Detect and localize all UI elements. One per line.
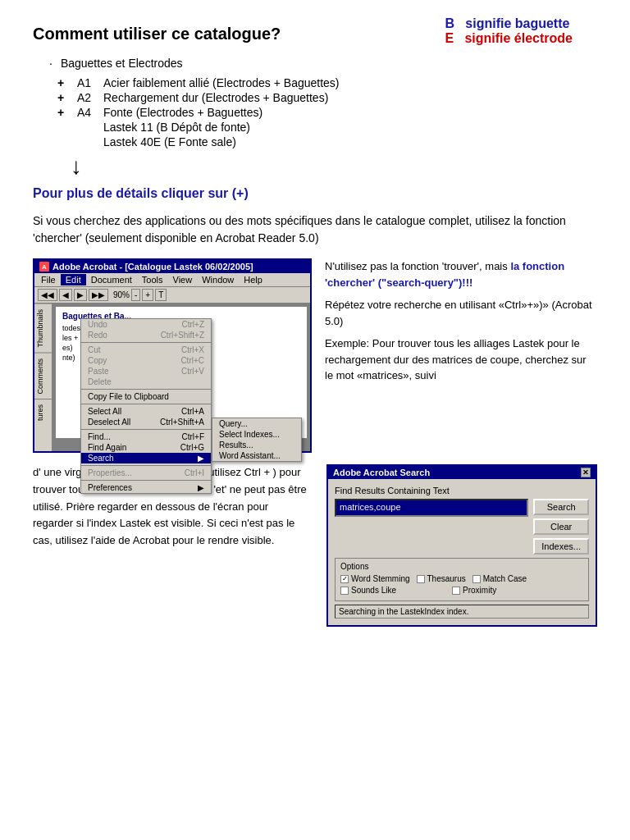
menu-sep-4 [81, 429, 211, 430]
submenu-results[interactable]: Results... [212, 440, 301, 450]
menu-tools[interactable]: Tools [137, 274, 168, 285]
tb-btn-2[interactable]: ◀ [59, 289, 72, 301]
content-block: A Adobe Acrobat - [Catalogue Lastek 06/0… [33, 258, 597, 453]
option-proximity-label: Proximity [463, 586, 496, 595]
search-dialog-label: Find Results Containing Text [335, 486, 589, 495]
tree-desc-a4: Fonte (Electrodes + Baguettes) [103, 106, 597, 119]
right-note-line3: Répétez votre recherche en utilisant «Ct… [325, 297, 597, 329]
acrobat-toolbar: ◀◀ ◀ ▶ ▶▶ 90% - + T [34, 287, 310, 304]
sidebar-tab-comments[interactable]: Comments [34, 353, 52, 399]
menu-view[interactable]: View [168, 274, 198, 285]
options-box: Options Word Stemming Thesaurus Match [335, 558, 589, 601]
menu-select-all[interactable]: Select AllCtrl+A [81, 406, 211, 417]
options-row-2: Sounds Like Proximity [340, 586, 583, 595]
option-word-stemming-label: Word Stemming [351, 574, 410, 583]
checkbox-proximity[interactable] [452, 587, 460, 595]
search-textbox[interactable]: matrices,coupe [335, 499, 528, 517]
search-dialog-close-button[interactable]: ✕ [581, 468, 591, 477]
search-dialog-title: Adobe Acrobat Search [333, 468, 430, 477]
menu-sep-6 [81, 480, 211, 481]
tb-btn-1[interactable]: ◀◀ [38, 289, 57, 301]
menu-cut[interactable]: CutCtrl+X [81, 345, 211, 355]
page-container: B signifie baguette E signifie électrode… [33, 25, 597, 627]
checkbox-thesaurus[interactable] [417, 575, 425, 583]
tree-desc-a2: Rechargement dur (Electrodes + Baguettes… [103, 91, 597, 104]
text-tool-btn[interactable]: T [155, 289, 167, 301]
tree-prefix-a2: + [57, 91, 77, 104]
edit-dropdown-menu: UndoCtrl+Z RedoCtrl+Shift+Z CutCtrl+X [80, 318, 212, 494]
search-note: Si vous cherchez des applications ou des… [33, 212, 597, 247]
zoom-out-btn[interactable]: - [131, 289, 140, 301]
menu-undo[interactable]: UndoCtrl+Z [81, 319, 211, 330]
menu-paste[interactable]: PasteCtrl+V [81, 366, 211, 377]
submenu-query[interactable]: Query... [212, 418, 301, 429]
bullet-text: Baguettes et Electrodes [61, 57, 183, 70]
search-value: matrices,coupe [340, 502, 401, 512]
menu-find[interactable]: Find...Ctrl+F [81, 431, 211, 442]
right-note: N'utilisez pas la fonction 'trouver', ma… [325, 258, 597, 453]
acrobat-sidebar: Thumbnails Comments tures [34, 304, 52, 451]
zoom-in-btn[interactable]: + [142, 289, 153, 301]
legend-box: B signifie baguette E signifie électrode [445, 16, 573, 46]
option-sounds-like: Sounds Like [340, 586, 396, 595]
checkbox-word-stemming[interactable] [340, 575, 349, 583]
menu-find-again[interactable]: Find AgainCtrl+G [81, 442, 211, 453]
options-row-1: Word Stemming Thesaurus Match Case [340, 574, 583, 583]
checkbox-sounds-like[interactable] [340, 587, 349, 595]
option-match-case-label: Match Case [483, 574, 527, 583]
highlight-chercher: la fonction 'chercher' ("search-query")!… [325, 260, 564, 289]
tree-row-a1: + A1 Acier faiblement allié (Electrodes … [57, 76, 597, 89]
tb-btn-3[interactable]: ▶ [74, 289, 87, 301]
sidebar-tab-tures[interactable]: tures [34, 399, 52, 426]
menu-deselect-all[interactable]: Deselect AllCtrl+Shift+A [81, 417, 211, 427]
menu-preferences[interactable]: Preferences▶ [81, 482, 211, 493]
click-plus-label: Pour plus de détails cliquer sur (+) [33, 186, 597, 201]
search-main-row: matrices,coupe Search Clear Indexes... [335, 499, 589, 555]
tb-btn-4[interactable]: ▶▶ [89, 289, 108, 301]
search-button[interactable]: Search [533, 499, 589, 515]
checkbox-match-case[interactable] [472, 575, 481, 583]
menu-file[interactable]: File [36, 274, 61, 285]
menu-copy[interactable]: CopyCtrl+C [81, 355, 211, 366]
option-match-case: Match Case [472, 574, 527, 583]
catalog-tree: + A1 Acier faiblement allié (Electrodes … [57, 76, 597, 148]
menu-delete[interactable]: Delete [81, 377, 211, 387]
acrobat-title: Adobe Acrobat - [Catalogue Lastek 06/02/… [52, 262, 253, 272]
clear-button[interactable]: Clear [533, 518, 589, 535]
indexes-button[interactable]: Indexes... [533, 538, 589, 555]
menu-copy-file[interactable]: Copy File to Clipboard [81, 391, 211, 402]
menu-search[interactable]: Search▶ [81, 453, 211, 463]
acrobat-content: Thumbnails Comments tures Baguettes et B… [34, 304, 310, 451]
submenu-word-assistant[interactable]: Word Assistant... [212, 450, 301, 461]
acrobat-main: Baguettes et Ba... todes + Ba... les + B… [52, 304, 310, 451]
tree-row-a2: + A2 Rechargement dur (Electrodes + Bagu… [57, 91, 597, 104]
menu-window[interactable]: Window [197, 274, 239, 285]
legend-e-letter: E [445, 31, 454, 45]
search-status: Searching in the LastekIndex index. [335, 605, 589, 619]
right-note-line4: Exemple: Pour trouver tous les alliages … [325, 336, 597, 384]
right-note-line1: N'utilisez pas la fonction 'trouver', ma… [325, 258, 597, 290]
arrow-container: ↓ [71, 155, 597, 178]
menu-redo[interactable]: RedoCtrl+Shift+Z [81, 330, 211, 340]
sub-text-2: Lastek 40E (E Fonte sale) [103, 135, 236, 148]
option-word-stemming: Word Stemming [340, 574, 410, 583]
option-thesaurus: Thesaurus [417, 574, 466, 583]
zoom-label: 90% [113, 290, 130, 299]
menu-help[interactable]: Help [239, 274, 267, 285]
legend-b-letter: B [445, 16, 454, 30]
menu-document[interactable]: Document [86, 274, 137, 285]
menu-properties[interactable]: Properties...Ctrl+I [81, 468, 211, 478]
option-thesaurus-label: Thesaurus [427, 574, 466, 583]
submenu-select-indexes[interactable]: Select Indexes... [212, 429, 301, 440]
bullet-item-1: · Baguettes et Electrodes [49, 57, 597, 70]
option-proximity: Proximity [452, 586, 496, 595]
tree-desc-a1: Acier faiblement allié (Electrodes + Bag… [103, 76, 597, 89]
option-sounds-like-label: Sounds Like [351, 586, 396, 595]
sidebar-tab-thumbnails[interactable]: Thumbnails [34, 304, 52, 353]
menu-sep-3 [81, 404, 211, 404]
menu-edit[interactable]: Edit [61, 274, 86, 285]
bullet-dot: · [49, 57, 52, 70]
menu-sep-2 [81, 389, 211, 390]
search-dialog-body: Find Results Containing Text matrices,co… [328, 479, 596, 625]
acrobat-window: A Adobe Acrobat - [Catalogue Lastek 06/0… [33, 258, 312, 453]
